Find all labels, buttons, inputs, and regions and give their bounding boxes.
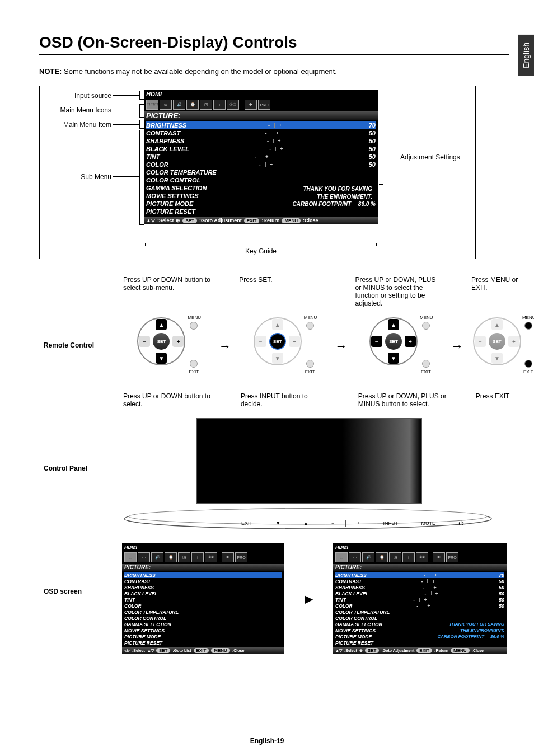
menu-button-icon <box>190 322 198 330</box>
dpad-plus-icon: + <box>172 336 184 347</box>
panel-btn-exit: EXIT <box>241 520 252 526</box>
plus-icon: ⊕ <box>176 218 180 223</box>
page-title: OSD (On-Screen-Display) Controls <box>39 0 509 55</box>
note-text: Some functions may not be available depe… <box>64 67 337 76</box>
osd-item-movie: MOVIE SETTINGS THE ENVIRONMENT. <box>146 192 376 200</box>
osd-item-blacklevel: BLACK LEVEL-+50 <box>146 145 376 153</box>
dpad-minus-icon: − <box>139 336 150 347</box>
page-footer: English-19 <box>0 737 534 745</box>
remote-control-title: Remote Control <box>44 341 94 349</box>
osd-item-contrast: CONTRAST-+50 <box>146 129 376 137</box>
remote-steps-row: Press UP or DOWN button to select sub-me… <box>123 276 534 372</box>
remote-pad-3: ▲▼ −+ SET MENU EXIT <box>364 312 434 372</box>
panel-btn-input: INPUT <box>383 520 399 526</box>
flow-arrow-icon: → <box>451 321 463 372</box>
monitor-base-icon <box>123 508 493 530</box>
note-label: NOTE: <box>39 67 62 76</box>
monitor-illustration: EXIT ▼ ▲ − + INPUT MUTE ⏻ <box>123 418 493 530</box>
note-line: NOTE: Some functions may not be availabl… <box>0 55 534 81</box>
label-sub-menu: Sub Menu <box>40 173 111 181</box>
remote-step-2-text: Press SET. <box>239 276 327 309</box>
osd-item-colorcontrol: COLOR CONTROL <box>146 176 376 184</box>
label-input-source: Input source <box>40 92 111 100</box>
osd-item-tint: TINT-+50 <box>146 153 376 161</box>
label-key-guide: Key Guide <box>145 243 377 255</box>
osd-item-gamma: GAMMA SELECTION THANK YOU FOR SAVING <box>146 184 376 192</box>
exit-button-icon <box>190 360 198 368</box>
monitor-screen <box>196 418 422 504</box>
panel-btn-up-icon: ▲ <box>303 520 308 526</box>
label-main-menu-item: Main Menu Item <box>40 121 111 129</box>
flow-arrow-icon: → <box>335 321 347 372</box>
remote-pad-2: ▲▼ −+ SET MENU EXIT <box>248 312 318 372</box>
osd-tab-pip: ◳ <box>200 100 212 110</box>
osd-tab-picture: ⬚⬚⬚ <box>146 100 158 110</box>
panel-steps-row: Press UP or DOWN button to select. Press… <box>123 392 534 415</box>
label-adjustment-settings: Adjustment Settings <box>400 153 473 161</box>
osd-tab-adjust: ▭ <box>160 100 172 110</box>
osd-item-color: COLOR-+50 <box>146 161 376 168</box>
label-main-menu-icons: Main Menu Icons <box>40 106 111 114</box>
remote-step-4-text: Press MENU or EXIT. <box>471 276 534 309</box>
nav-arrows-icon: ▲▽ <box>146 218 155 223</box>
osd-menu-icons: ⬚⬚⬚ ▭ 🔊 ⌚ ◳ i ①② ✚ PRO <box>144 98 378 111</box>
diagram-container: Input source Main Menu Icons Main Menu I… <box>39 86 476 259</box>
panel-step-1-text: Press UP or DOWN button to select. <box>123 392 212 415</box>
osd-tab-multidsp: ①② <box>227 100 239 110</box>
remote-step-3-text: Press UP or DOWN, PLUS or MINUS to selec… <box>355 276 443 309</box>
osd-window-main: HDMI ⬚⬚⬚ ▭ 🔊 ⌚ ◳ i ①② ✚ PRO PICTURE: BRI… <box>144 90 378 224</box>
panel-btn-mute: MUTE <box>421 520 436 526</box>
panel-step-4-text: Press EXIT <box>476 392 534 415</box>
osd-item-picreset: PICTURE RESET <box>146 208 376 215</box>
osd-item-value: 70 <box>363 122 376 129</box>
osd-screen-row: HDMI ⬚▭🔊⌚◳i①②✚PRO PICTURE: BRIGHTNESS CO… <box>122 543 534 654</box>
osd-tab-osd: i <box>213 100 226 110</box>
panel-btn-power-icon: ⏻ <box>458 520 463 526</box>
flow-arrow-icon: → <box>219 321 231 372</box>
osd-item-sharpness: SHARPNESS-+50 <box>146 137 376 145</box>
osd-key-guide: ▲▽:Select ⊕SET:Goto Adjustment EXIT:Retu… <box>144 217 378 224</box>
panel-btn-minus-icon: − <box>331 520 334 526</box>
osd-tab-audio: 🔊 <box>173 100 185 110</box>
panel-btn-down-icon: ▼ <box>275 520 280 526</box>
panel-step-2-text: Press INPUT button to decide. <box>241 392 330 415</box>
osd-window-right: HDMI ⬚▭🔊⌚◳i①②✚PRO PICTURE: BRIGHTNESS-+7… <box>333 543 507 654</box>
language-tab: English <box>518 35 534 76</box>
remote-step-1-text: Press UP or DOWN button to select sub-me… <box>123 276 211 309</box>
osd-window-left: HDMI ⬚▭🔊⌚◳i①②✚PRO PICTURE: BRIGHTNESS CO… <box>122 543 284 654</box>
remote-pad-1: ▲ ▼ − + SET MENU EXIT <box>132 312 202 372</box>
panel-step-3-text: Press UP or DOWN, PLUS or MINUS button t… <box>358 392 447 415</box>
osd-item-picmode: PICTURE MODE CARBON FOOTPRINT 86.0 % <box>146 200 376 208</box>
osd-input-source: HDMI <box>144 90 378 98</box>
osd-screen-title: OSD screen <box>44 588 82 595</box>
flow-arrow-icon: ▶ <box>305 592 313 605</box>
remote-pad-4: ▲▼ −+ SET MENU EXIT <box>473 312 532 372</box>
osd-items-list: BRIGHTNESS -+ 70 CONTRAST-+50 SHARPNESS-… <box>144 120 378 217</box>
osd-section-title: PICTURE: <box>144 111 378 120</box>
osd-item-brightness: BRIGHTNESS -+ 70 <box>146 121 376 129</box>
osd-item-label: BRIGHTNESS <box>146 122 186 129</box>
osd-tab-protect: ✚ <box>245 100 257 110</box>
dpad-up-icon: ▲ <box>156 319 167 330</box>
osd-tab-schedule: ⌚ <box>186 100 199 110</box>
panel-btn-plus-icon: + <box>357 520 360 526</box>
dpad-down-icon: ▼ <box>156 353 167 364</box>
panel-button-row: EXIT ▼ ▲ − + INPUT MUTE ⏻ <box>241 520 463 527</box>
control-panel-title: Control Panel <box>44 464 87 472</box>
osd-tab-advanced: PRO <box>258 100 270 110</box>
osd-item-colortemp: COLOR TEMPERATURE <box>146 168 376 176</box>
